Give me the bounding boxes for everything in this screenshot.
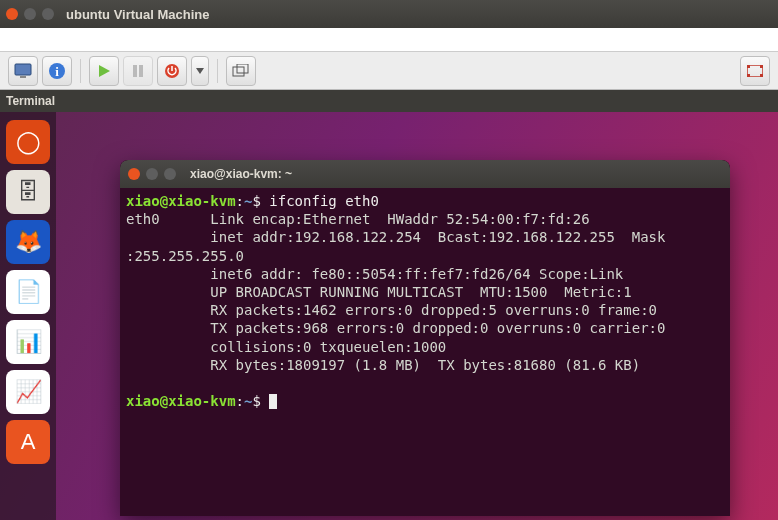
snapshot-button[interactable] (226, 56, 256, 86)
monitor-button[interactable] (8, 56, 38, 86)
prompt-end: $ (252, 393, 260, 409)
terminal-body[interactable]: xiao@xiao-kvm:~$ ifconfig eth0 eth0 Link… (120, 188, 730, 516)
launcher-dash-icon[interactable]: ◯ (6, 120, 50, 164)
vm-menubar[interactable] (0, 28, 778, 52)
svg-rect-6 (139, 65, 143, 77)
terminal-close-button[interactable] (128, 168, 140, 180)
vm-maximize-button[interactable] (42, 8, 54, 20)
power-button[interactable] (157, 56, 187, 86)
prompt-sep: : (236, 393, 244, 409)
svg-rect-10 (237, 64, 248, 73)
play-button[interactable] (89, 56, 119, 86)
vm-minimize-button[interactable] (24, 8, 36, 20)
launcher-files-icon[interactable]: 🗄 (6, 170, 50, 214)
vm-window: ubuntu Virtual Machine i Terminal ◯🗄🦊📄📊📈… (0, 0, 778, 520)
terminal-maximize-button[interactable] (164, 168, 176, 180)
vm-titlebar[interactable]: ubuntu Virtual Machine (0, 0, 778, 28)
svg-rect-5 (133, 65, 137, 77)
svg-rect-9 (233, 67, 244, 76)
vm-title: ubuntu Virtual Machine (66, 7, 210, 22)
svg-marker-4 (99, 65, 110, 77)
pause-button[interactable] (123, 56, 153, 86)
toolbar-separator (217, 59, 218, 83)
fullscreen-button[interactable] (740, 56, 770, 86)
terminal-minimize-button[interactable] (146, 168, 158, 180)
prompt-user: xiao@xiao-kvm (126, 193, 236, 209)
prompt-user: xiao@xiao-kvm (126, 393, 236, 409)
guest-desktop[interactable]: ◯🗄🦊📄📊📈A xiao@xiao-kvm: ~ xiao@xiao-kvm:~… (0, 112, 778, 520)
toolbar-separator (80, 59, 81, 83)
launcher-writer-icon[interactable]: 📄 (6, 270, 50, 314)
command-output: eth0 Link encap:Ethernet HWaddr 52:54:00… (126, 211, 665, 373)
vm-tabbar: Terminal (0, 90, 778, 112)
terminal-title: xiao@xiao-kvm: ~ (190, 167, 292, 181)
svg-rect-14 (747, 74, 750, 77)
svg-rect-13 (760, 65, 763, 68)
svg-text:i: i (55, 64, 59, 79)
vm-toolbar: i (0, 52, 778, 90)
svg-rect-1 (20, 76, 26, 78)
launcher-calc-icon[interactable]: 📊 (6, 320, 50, 364)
tab-terminal[interactable]: Terminal (6, 94, 55, 108)
cursor (269, 394, 277, 409)
command-text: ifconfig eth0 (269, 193, 379, 209)
launcher-software-icon[interactable]: A (6, 420, 50, 464)
svg-rect-0 (15, 64, 31, 75)
unity-launcher: ◯🗄🦊📄📊📈A (0, 112, 56, 520)
terminal-window[interactable]: xiao@xiao-kvm: ~ xiao@xiao-kvm:~$ ifconf… (120, 160, 730, 516)
power-dropdown[interactable] (191, 56, 209, 86)
prompt-end: $ (252, 193, 260, 209)
launcher-firefox-icon[interactable]: 🦊 (6, 220, 50, 264)
terminal-titlebar[interactable]: xiao@xiao-kvm: ~ (120, 160, 730, 188)
svg-rect-12 (747, 65, 750, 68)
svg-rect-15 (760, 74, 763, 77)
vm-close-button[interactable] (6, 8, 18, 20)
svg-marker-8 (196, 68, 204, 74)
launcher-impress-icon[interactable]: 📈 (6, 370, 50, 414)
prompt-sep: : (236, 193, 244, 209)
info-button[interactable]: i (42, 56, 72, 86)
